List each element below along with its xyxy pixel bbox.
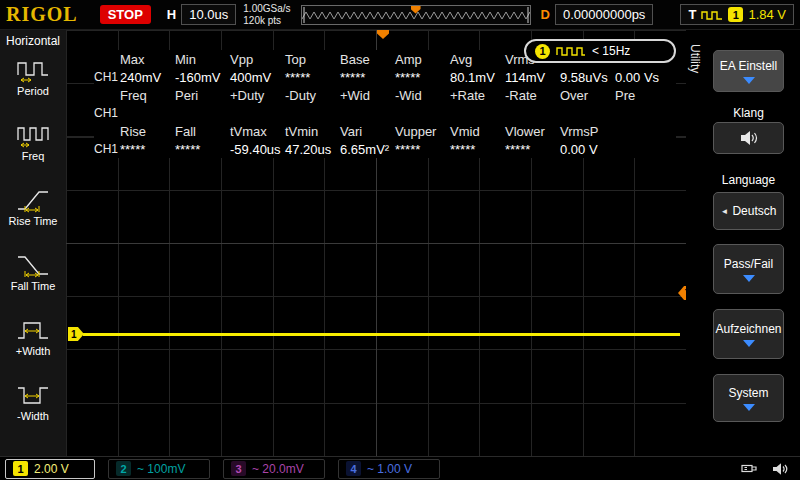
meas-header: Vlower [505, 124, 560, 139]
sidebar-item-freq[interactable]: Freq [0, 116, 66, 181]
ch1-position-marker[interactable]: 1 [68, 327, 84, 341]
meas-header: Pre [615, 88, 670, 103]
measurement-table: Max Min Vpp Top Base Amp Avg Vrms CH1 24… [94, 50, 676, 158]
meas-value: ***** [450, 142, 505, 157]
sidebar-item-fall-time[interactable]: Fall Time [0, 246, 66, 311]
menu-system-label: System [728, 386, 768, 400]
delay-label: D [541, 7, 550, 22]
meas-header: VrmsP [560, 124, 615, 139]
sample-rate: 1.00GSa/s [243, 3, 290, 15]
sidebar-item-minus-width[interactable]: -Width [0, 376, 66, 441]
channel-label: CH1 [94, 142, 120, 156]
menu-sound-button[interactable] [713, 122, 784, 154]
utility-tab: Utility [688, 44, 702, 73]
menu-pass-fail-button[interactable]: Pass/Fail [713, 244, 784, 294]
channel-4-chip: 4 [346, 461, 361, 476]
minus-width-icon [16, 381, 50, 409]
meas-value: 47.20us [285, 142, 340, 157]
trigger-label: T [688, 7, 696, 22]
status-icons [741, 462, 795, 476]
channel-4-status[interactable]: 4 ~ 1.00 V [338, 459, 440, 479]
speaker-icon [771, 462, 789, 476]
channel-4-scale: 1.00 V [377, 462, 412, 476]
meas-header: Fall [175, 124, 230, 139]
meas-value: 400mV [230, 70, 285, 85]
menu-io-setup-label: EA Einstell [720, 59, 777, 73]
measurement-header-row: Rise Fall tVmax tVmin Vari Vupper Vmid V… [94, 122, 676, 140]
language-value: Deutsch [732, 204, 776, 218]
sidebar-item-label: Period [17, 85, 49, 97]
trigger-position-top-marker-icon[interactable] [377, 30, 389, 39]
meas-header: +Wid [340, 88, 395, 103]
channel-3-chip: 3 [231, 461, 246, 476]
meas-header: +Duty [230, 88, 285, 103]
menu-language-button[interactable]: ◄ Deutsch [713, 192, 784, 230]
meas-header: -Wid [395, 88, 450, 103]
channel-2-coupling: ~ [137, 462, 144, 476]
chevron-down-icon [743, 340, 755, 347]
meas-header: Min [175, 52, 230, 67]
sidebar-item-rise-time[interactable]: Rise Time [0, 181, 66, 246]
menu-language-label: Language [713, 173, 784, 187]
sidebar-item-label: Freq [22, 150, 45, 162]
meas-header: +Rate [450, 88, 505, 103]
menu-system-button[interactable]: System [713, 374, 784, 422]
meas-header: Vupper [395, 124, 450, 139]
acquisition-info: 1.00GSa/s 120k pts [243, 3, 290, 26]
trigger-edge-icon [701, 9, 723, 21]
channel-3-status[interactable]: 3 ~ 20.0mV [223, 459, 325, 479]
plus-width-icon [16, 316, 50, 344]
meas-header: Top [285, 52, 340, 67]
menu-io-setup-button[interactable]: EA Einstell [713, 50, 784, 92]
ch1-waveform-trace [83, 333, 680, 336]
meas-value: -160mV [175, 70, 230, 85]
trigger-frequency-value: < 15Hz [592, 44, 630, 58]
meas-header: -Rate [505, 88, 560, 103]
waveform-overview-strip [301, 5, 531, 25]
period-icon [16, 56, 50, 84]
meas-header: Peri [175, 88, 230, 103]
meas-value: -59.40us [230, 142, 285, 157]
usb-icon [741, 462, 759, 475]
meas-header: tVmax [230, 124, 285, 139]
meas-header: Max [120, 52, 175, 67]
meas-header: Over [560, 88, 615, 103]
sidebar-item-label: -Width [17, 410, 49, 422]
meas-value: ***** [175, 142, 230, 157]
meas-value: 0.00 Vs [615, 70, 670, 85]
chevron-down-icon [743, 77, 755, 84]
meas-header: Vpp [230, 52, 285, 67]
sidebar-item-period[interactable]: Period [0, 51, 66, 116]
meas-value: 6.65mV² [340, 142, 395, 157]
delay-readout: 0.00000000ps [555, 4, 653, 25]
channel-1-status[interactable]: 1 2.00 V [5, 459, 95, 479]
meas-value: ***** [395, 70, 450, 85]
sidebar-item-label: Fall Time [11, 280, 56, 292]
sidebar-item-label: Rise Time [9, 215, 58, 227]
channel-status-bar: 1 2.00 V 2 ~ 100mV 3 ~ 20.0mV 4 ~ 1.00 [0, 456, 800, 480]
horizontal-label: H [167, 7, 176, 22]
oscilloscope-screen: RIGOL STOP H 10.0us 1.00GSa/s 120k pts D… [0, 0, 800, 480]
sidebar-item-plus-width[interactable]: +Width [0, 311, 66, 376]
channel-2-scale: 100mV [147, 462, 185, 476]
meas-header: Amp [395, 52, 450, 67]
meas-header: Rise [120, 124, 175, 139]
meas-header: Freq [120, 88, 175, 103]
meas-header: tVmin [285, 124, 340, 139]
meas-value: 9.58uVs [560, 70, 615, 85]
channel-2-status[interactable]: 2 ~ 100mV [108, 459, 210, 479]
meas-value: 240mV [120, 70, 175, 85]
meas-value: 114mV [505, 70, 560, 85]
channel-2-chip: 2 [116, 461, 131, 476]
meas-value: ***** [340, 70, 395, 85]
waveform-display-grid: Max Min Vpp Top Base Amp Avg Vrms CH1 24… [66, 30, 686, 456]
meas-header: Vari [340, 124, 395, 139]
freq-icon [16, 121, 50, 149]
measurement-value-row: CH1 [94, 104, 676, 122]
trigger-frequency-badge: 1 < 15Hz [524, 39, 676, 63]
pulse-train-icon [556, 45, 586, 57]
channel-4-coupling: ~ [367, 462, 374, 476]
rise-time-icon [16, 186, 50, 214]
menu-record-button[interactable]: Aufzeichnen [713, 309, 784, 359]
top-status-bar: RIGOL STOP H 10.0us 1.00GSa/s 120k pts D… [0, 0, 800, 30]
